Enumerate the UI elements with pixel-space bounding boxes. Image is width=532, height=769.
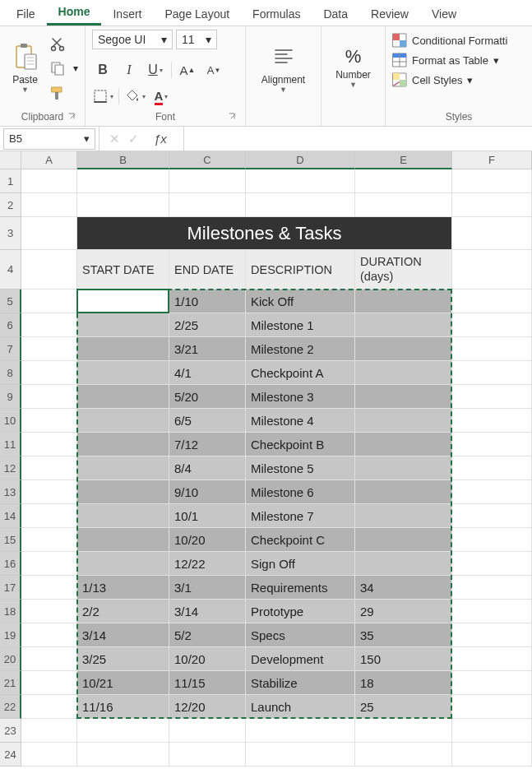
- cell-F19[interactable]: [452, 623, 532, 647]
- cell-D14[interactable]: Milestone 7: [246, 504, 355, 528]
- cell-C14[interactable]: 10/1: [169, 504, 246, 528]
- cell-F13[interactable]: [452, 480, 532, 504]
- tab-home[interactable]: Home: [47, 0, 102, 25]
- cell-D2[interactable]: [246, 193, 355, 217]
- cell-C6[interactable]: 2/25: [169, 313, 246, 337]
- cell-E11[interactable]: [355, 433, 452, 456]
- cell-F5[interactable]: [452, 290, 532, 313]
- row-head-12[interactable]: 12: [0, 456, 21, 480]
- cell-C21[interactable]: 11/15: [169, 671, 246, 695]
- cell-F16[interactable]: [452, 552, 532, 576]
- cell-D23[interactable]: [246, 719, 355, 743]
- cell-B4[interactable]: START DATE: [77, 250, 169, 290]
- cell-C10[interactable]: 6/5: [169, 409, 246, 433]
- cell-D1[interactable]: [246, 169, 355, 193]
- cell-B19[interactable]: 3/14: [77, 623, 169, 647]
- conditional-formatting-button[interactable]: Conditional Formatti: [392, 33, 520, 48]
- cell-A22[interactable]: [21, 695, 77, 719]
- cell-A11[interactable]: [21, 433, 77, 456]
- cell-E2[interactable]: [355, 193, 452, 217]
- cell-A5[interactable]: [21, 290, 77, 313]
- cell-F18[interactable]: [452, 600, 532, 623]
- row-head-3[interactable]: 3: [0, 217, 21, 250]
- cell-E1[interactable]: [355, 169, 452, 193]
- cell-D12[interactable]: Milestone 5: [246, 456, 355, 480]
- cell-A17[interactable]: [21, 576, 77, 600]
- row-head-13[interactable]: 13: [0, 480, 21, 504]
- cell-C11[interactable]: 7/12: [169, 433, 246, 456]
- font-color-button[interactable]: A▾: [150, 86, 172, 107]
- cell-B14[interactable]: [77, 504, 169, 528]
- dialog-launcher-font[interactable]: [227, 111, 238, 123]
- cell-F8[interactable]: [452, 361, 532, 385]
- fx-icon[interactable]: ƒx: [147, 132, 173, 146]
- cell-F15[interactable]: [452, 528, 532, 552]
- cell-A4[interactable]: [21, 250, 77, 290]
- cell-A20[interactable]: [21, 647, 77, 671]
- cell-E17[interactable]: 34: [355, 576, 452, 600]
- cell-D22[interactable]: Launch: [246, 695, 355, 719]
- row-head-11[interactable]: 11: [0, 433, 21, 456]
- cell-C16[interactable]: 12/22: [169, 552, 246, 576]
- col-head-F[interactable]: F: [452, 151, 532, 169]
- cell-B10[interactable]: [77, 409, 169, 433]
- cell-A10[interactable]: [21, 409, 77, 433]
- col-head-E[interactable]: E: [355, 151, 452, 169]
- cell-F10[interactable]: [452, 409, 532, 433]
- cell-E24[interactable]: [355, 743, 452, 767]
- cell-D5[interactable]: Kick Off: [246, 290, 355, 313]
- cell-F17[interactable]: [452, 576, 532, 600]
- cell-B7[interactable]: [77, 337, 169, 361]
- cell-E16[interactable]: [355, 552, 452, 576]
- cell-E23[interactable]: [355, 719, 452, 743]
- cell-B6[interactable]: [77, 313, 169, 337]
- cell-C4[interactable]: END DATE: [169, 250, 246, 290]
- cell-C17[interactable]: 3/1: [169, 576, 246, 600]
- cell-F22[interactable]: [452, 695, 532, 719]
- cell-B21[interactable]: 10/21: [77, 671, 169, 695]
- number-format-button[interactable]: % Number ▼: [332, 30, 375, 104]
- cell-F21[interactable]: [452, 671, 532, 695]
- cell-A23[interactable]: [21, 719, 77, 743]
- cell-C18[interactable]: 3/14: [169, 600, 246, 623]
- row-head-17[interactable]: 17: [0, 576, 21, 600]
- row-head-2[interactable]: 2: [0, 193, 21, 217]
- cell-F20[interactable]: [452, 647, 532, 671]
- underline-button[interactable]: U▾: [145, 59, 166, 81]
- cell-F6[interactable]: [452, 313, 532, 337]
- cell-C1[interactable]: [169, 169, 246, 193]
- col-head-D[interactable]: D: [246, 151, 355, 169]
- bold-button[interactable]: B: [92, 59, 113, 81]
- cell-E13[interactable]: [355, 480, 452, 504]
- cell-C8[interactable]: 4/1: [169, 361, 246, 385]
- cell-A1[interactable]: [21, 169, 77, 193]
- cut-button[interactable]: [49, 35, 67, 53]
- cell-C9[interactable]: 5/20: [169, 385, 246, 409]
- alignment-button[interactable]: Alignment ▼: [262, 30, 305, 104]
- cell-A12[interactable]: [21, 456, 77, 480]
- cell-E12[interactable]: [355, 456, 452, 480]
- cell-B1[interactable]: [77, 169, 169, 193]
- cell-E7[interactable]: [355, 337, 452, 361]
- cell-A18[interactable]: [21, 600, 77, 623]
- cell-E9[interactable]: [355, 385, 452, 409]
- cell-E21[interactable]: 18: [355, 671, 452, 695]
- cell-F24[interactable]: [452, 743, 532, 767]
- name-box[interactable]: B5 ▾: [3, 128, 95, 150]
- cell-C23[interactable]: [169, 719, 246, 743]
- cell-C2[interactable]: [169, 193, 246, 217]
- row-head-5[interactable]: 5: [0, 290, 21, 313]
- cell-F14[interactable]: [452, 504, 532, 528]
- row-head-15[interactable]: 15: [0, 528, 21, 552]
- cell-B17[interactable]: 1/13: [77, 576, 169, 600]
- cell-D24[interactable]: [246, 743, 355, 767]
- cell-A13[interactable]: [21, 480, 77, 504]
- row-head-14[interactable]: 14: [0, 504, 21, 528]
- cell-A24[interactable]: [21, 743, 77, 767]
- cell-A21[interactable]: [21, 671, 77, 695]
- cell-F9[interactable]: [452, 385, 532, 409]
- cell-B9[interactable]: [77, 385, 169, 409]
- cell-D13[interactable]: Milestone 6: [246, 480, 355, 504]
- cell-A3[interactable]: [21, 217, 77, 250]
- italic-button[interactable]: I: [118, 59, 140, 81]
